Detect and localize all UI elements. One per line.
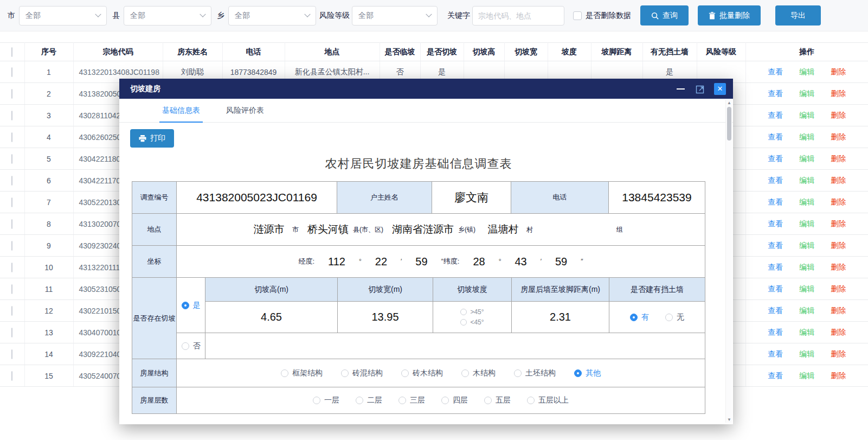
edit-link[interactable]: 编辑: [799, 67, 814, 76]
query-button[interactable]: 查询: [640, 5, 689, 25]
view-link[interactable]: 查看: [768, 241, 783, 250]
batch-delete-button[interactable]: 批量删除: [698, 5, 761, 25]
view-link[interactable]: 查看: [768, 371, 783, 380]
view-link[interactable]: 查看: [768, 219, 783, 228]
edit-link[interactable]: 编辑: [799, 89, 814, 98]
delete-link[interactable]: 删除: [831, 284, 846, 293]
tab-basic-info[interactable]: 基础信息表: [153, 99, 209, 122]
export-button[interactable]: 导出: [775, 5, 821, 25]
row-checkbox[interactable]: [11, 263, 12, 272]
close-icon[interactable]: ✕: [714, 83, 726, 95]
edit-link[interactable]: 编辑: [799, 306, 814, 315]
scroll-up-icon[interactable]: ▲: [726, 100, 732, 105]
view-link[interactable]: 查看: [768, 306, 783, 315]
house-floors-option-5[interactable]: 五层以上: [527, 396, 569, 405]
county-label: 县: [112, 11, 120, 21]
house-structure-option-3[interactable]: 木结构: [461, 368, 496, 378]
edit-link[interactable]: 编辑: [799, 371, 814, 380]
edit-link[interactable]: 编辑: [799, 219, 814, 228]
view-link[interactable]: 查看: [768, 111, 783, 119]
edit-link[interactable]: 编辑: [799, 111, 814, 119]
view-link[interactable]: 查看: [768, 263, 783, 271]
delete-link[interactable]: 删除: [831, 349, 846, 358]
county-select[interactable]: 全部: [124, 6, 211, 25]
risk-level-select[interactable]: 全部: [352, 6, 438, 25]
keyword-input[interactable]: [472, 6, 564, 25]
maximize-icon[interactable]: [696, 84, 705, 94]
house-structure-option-4[interactable]: 土坯结构: [514, 368, 556, 378]
row-checkbox[interactable]: [11, 111, 12, 120]
delete-link[interactable]: 删除: [831, 306, 846, 315]
delete-link[interactable]: 删除: [831, 154, 846, 163]
house-floors-option-4[interactable]: 五层: [484, 396, 511, 405]
house-structure-option-0[interactable]: 框架结构: [281, 368, 323, 378]
row-checkbox[interactable]: [11, 328, 12, 337]
retaining-wall-option-1[interactable]: 无: [665, 313, 684, 322]
delete-link[interactable]: 删除: [831, 111, 846, 119]
view-link[interactable]: 查看: [768, 132, 783, 141]
delete-link[interactable]: 删除: [831, 89, 846, 98]
edit-link[interactable]: 编辑: [799, 154, 814, 163]
row-checkbox[interactable]: [11, 176, 12, 186]
house-floors-option-3[interactable]: 四层: [441, 396, 468, 405]
house-floors-option-2[interactable]: 三层: [398, 396, 425, 405]
house-structure-option-2[interactable]: 砖木结构: [401, 368, 443, 378]
slope-angle-option-1[interactable]: <45°: [460, 318, 484, 326]
city-select[interactable]: 全部: [19, 6, 107, 25]
row-checkbox[interactable]: [11, 241, 12, 251]
show-deleted-checkbox[interactable]: [573, 11, 582, 20]
print-button[interactable]: 打印: [130, 129, 174, 148]
row-checkbox[interactable]: [11, 284, 12, 294]
delete-link[interactable]: 删除: [831, 263, 846, 271]
row-checkbox[interactable]: [11, 67, 12, 77]
tab-risk-evaluation[interactable]: 风险评价表: [217, 99, 273, 122]
slope-yes-radio[interactable]: 是: [182, 301, 201, 310]
row-checkbox[interactable]: [11, 306, 12, 316]
delete-link[interactable]: 删除: [831, 67, 846, 76]
scrollbar-thumb[interactable]: [727, 107, 731, 141]
township-select[interactable]: 全部: [228, 6, 316, 25]
edit-link[interactable]: 编辑: [799, 328, 814, 336]
edit-link[interactable]: 编辑: [799, 241, 814, 250]
delete-link[interactable]: 删除: [831, 371, 846, 380]
house-floors-option-0[interactable]: 一层: [313, 396, 339, 405]
row-checkbox[interactable]: [11, 219, 12, 229]
edit-link[interactable]: 编辑: [799, 263, 814, 271]
view-link[interactable]: 查看: [768, 197, 783, 206]
row-checkbox[interactable]: [11, 154, 12, 164]
delete-link[interactable]: 删除: [831, 328, 846, 336]
column-header-0: 序号: [24, 43, 73, 61]
view-link[interactable]: 查看: [768, 89, 783, 98]
scroll-down-icon[interactable]: ▼: [726, 417, 732, 422]
edit-link[interactable]: 编辑: [799, 176, 814, 184]
house-structure-option-1[interactable]: 砖混结构: [341, 368, 383, 378]
edit-link[interactable]: 编辑: [799, 132, 814, 141]
minimize-icon[interactable]: [677, 88, 685, 90]
view-link[interactable]: 查看: [768, 154, 783, 163]
delete-link[interactable]: 删除: [831, 241, 846, 250]
edit-link[interactable]: 编辑: [799, 197, 814, 206]
delete-link[interactable]: 删除: [831, 176, 846, 184]
row-checkbox[interactable]: [11, 197, 12, 207]
view-link[interactable]: 查看: [768, 349, 783, 358]
slope-angle-option-0[interactable]: >45°: [460, 308, 484, 316]
view-link[interactable]: 查看: [768, 176, 783, 184]
view-link[interactable]: 查看: [768, 67, 783, 76]
house-floors-option-1[interactable]: 二层: [356, 396, 382, 405]
row-checkbox[interactable]: [11, 349, 12, 359]
row-checkbox[interactable]: [11, 89, 12, 99]
delete-link[interactable]: 删除: [831, 197, 846, 206]
house-structure-option-5[interactable]: 其他: [574, 368, 601, 378]
edit-link[interactable]: 编辑: [799, 284, 814, 293]
modal-scrollbar[interactable]: ▲ ▼: [725, 100, 732, 423]
view-link[interactable]: 查看: [768, 328, 783, 336]
delete-link[interactable]: 删除: [831, 219, 846, 228]
edit-link[interactable]: 编辑: [799, 349, 814, 358]
delete-link[interactable]: 删除: [831, 132, 846, 141]
view-link[interactable]: 查看: [768, 284, 783, 293]
select-all-checkbox[interactable]: [11, 47, 12, 57]
row-checkbox[interactable]: [11, 132, 12, 142]
slope-no-radio[interactable]: 否: [182, 341, 201, 351]
row-checkbox[interactable]: [11, 371, 12, 381]
retaining-wall-option-0[interactable]: 有: [630, 313, 649, 322]
